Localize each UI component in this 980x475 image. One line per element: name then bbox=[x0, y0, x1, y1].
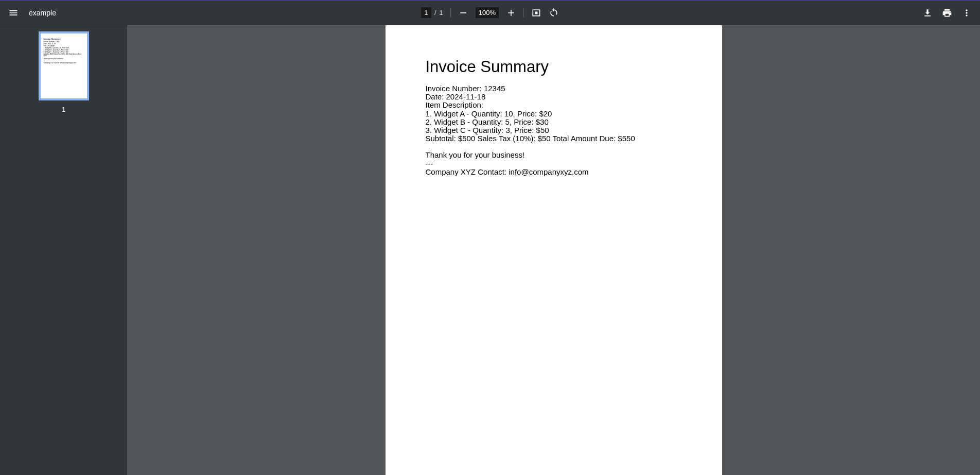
document-title: example bbox=[29, 9, 56, 17]
plus-icon bbox=[506, 8, 516, 18]
toolbar-center: / 1 100% bbox=[421, 7, 559, 18]
download-icon bbox=[922, 8, 933, 18]
item-description-header: Item Description: bbox=[426, 101, 682, 109]
page-number-input[interactable] bbox=[421, 7, 431, 18]
page-thumbnail[interactable]: Invoice Summary Invoice Number: 12345 Da… bbox=[39, 31, 89, 100]
svg-rect-1 bbox=[535, 11, 538, 14]
print-button[interactable] bbox=[942, 8, 952, 18]
totals-line: Subtotal: $500 Sales Tax (10%): $50 Tota… bbox=[426, 134, 682, 143]
thumbnail-preview: Invoice Summary Invoice Number: 12345 Da… bbox=[44, 38, 84, 64]
thumbnail-container: Invoice Summary Invoice Number: 12345 Da… bbox=[0, 31, 127, 113]
minus-icon bbox=[458, 8, 468, 18]
pdf-toolbar: example / 1 100% bbox=[0, 0, 980, 25]
toolbar-left: example bbox=[8, 8, 56, 18]
company-contact: Company XYZ Contact: info@companyxyz.com bbox=[426, 168, 682, 176]
item-2: 2. Widget B - Quantity: 5, Price: $30 bbox=[426, 118, 682, 126]
menu-button[interactable] bbox=[8, 8, 19, 18]
zoom-in-button[interactable] bbox=[506, 8, 516, 18]
item-1: 1. Widget A - Quantity: 10, Price: $20 bbox=[426, 110, 682, 118]
thumbnail-sidebar: Invoice Summary Invoice Number: 12345 Da… bbox=[0, 25, 127, 475]
separator-dashes: --- bbox=[426, 160, 682, 168]
document-page: Invoice Summary Invoice Number: 12345 Da… bbox=[386, 25, 722, 475]
thank-you: Thank you for your business! bbox=[426, 151, 682, 159]
invoice-title: Invoice Summary bbox=[426, 58, 682, 76]
invoice-details: Invoice Number: 12345 Date: 2024-11-18 I… bbox=[426, 84, 682, 143]
zoom-out-button[interactable] bbox=[458, 8, 468, 18]
document-view[interactable]: Invoice Summary Invoice Number: 12345 Da… bbox=[127, 25, 980, 475]
footer-block: Thank you for your business! --- Company… bbox=[426, 151, 682, 176]
page-separator: / bbox=[434, 9, 436, 16]
main-area: Invoice Summary Invoice Number: 12345 Da… bbox=[0, 25, 980, 475]
total-pages: 1 bbox=[440, 9, 443, 16]
divider bbox=[523, 8, 524, 18]
hamburger-icon bbox=[8, 8, 19, 18]
zoom-level: 100% bbox=[476, 7, 499, 18]
fit-page-icon bbox=[531, 8, 541, 18]
print-icon bbox=[942, 8, 952, 18]
download-button[interactable] bbox=[922, 8, 933, 18]
rotate-button[interactable] bbox=[549, 8, 559, 18]
invoice-number: Invoice Number: 12345 bbox=[426, 84, 682, 93]
more-vert-icon bbox=[961, 8, 972, 18]
invoice-date: Date: 2024-11-18 bbox=[426, 93, 682, 101]
item-3: 3. Widget C - Quantity: 3, Price: $50 bbox=[426, 126, 682, 134]
toolbar-right bbox=[922, 8, 972, 18]
divider bbox=[450, 8, 451, 18]
thumbnail-page-number: 1 bbox=[62, 106, 65, 113]
rotate-icon bbox=[549, 8, 559, 18]
more-button[interactable] bbox=[961, 8, 972, 18]
fit-page-button[interactable] bbox=[531, 8, 541, 18]
